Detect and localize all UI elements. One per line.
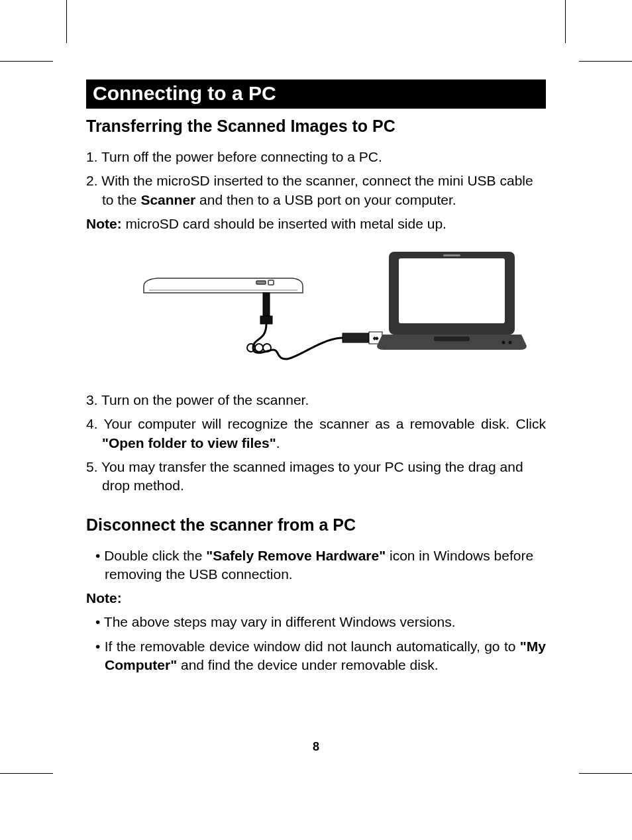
svg-rect-14 (434, 337, 470, 341)
crop-mark (0, 773, 53, 774)
step-number: 3. (86, 392, 98, 407)
bullet-text-bold: "Safely Remove Hardware" (206, 548, 386, 563)
step-2: 2. With the microSD inserted to the scan… (86, 172, 546, 209)
svg-point-6 (255, 344, 263, 352)
svg-text:⇔: ⇔ (373, 335, 378, 342)
step-text-bold: Scanner (140, 192, 195, 207)
svg-rect-3 (263, 293, 270, 316)
bullet-text-prefix: If the removable device window did not l… (105, 639, 520, 654)
crop-mark (565, 0, 566, 43)
step-text-bold: "Open folder to view files" (102, 435, 276, 450)
step-4: 4. Your computer will recognize the scan… (86, 415, 546, 452)
step-number: 2. (86, 173, 98, 188)
step-number: 4. (86, 416, 98, 431)
step-text: Turn on the power of the scanner. (101, 392, 309, 407)
svg-rect-12 (399, 258, 505, 323)
note-microsd: Note: microSD card should be inserted wi… (86, 216, 546, 232)
subheading-disconnect: Disconnect the scanner from a PC (86, 515, 546, 535)
svg-rect-13 (443, 254, 460, 256)
scanner-to-laptop-illustration: ⇔ (86, 245, 546, 371)
bullet-text-suffix: and find the device under removable disk… (177, 657, 439, 672)
bullet-my-computer: If the removable device window did not l… (86, 637, 546, 675)
bullet-safely-remove: Double click the "Safely Remove Hardware… (86, 547, 546, 584)
page-content: Connecting to a PC Transferring the Scan… (86, 79, 546, 680)
page-number: 8 (0, 740, 632, 754)
crop-mark (0, 61, 53, 62)
subheading-transferring: Transferring the Scanned Images to PC (86, 117, 546, 136)
note-label: Note: (86, 216, 122, 231)
step-text-suffix: . (276, 435, 280, 450)
step-5: 5. You may transfer the scanned images t… (86, 458, 546, 496)
crop-mark (579, 61, 632, 62)
note-text: microSD card should be inserted with met… (122, 216, 447, 231)
section-title-banner: Connecting to a PC (86, 79, 546, 109)
step-3: 3. Turn on the power of the scanner. (86, 391, 546, 409)
connection-diagram-icon: ⇔ (104, 245, 528, 371)
svg-rect-1 (256, 281, 266, 284)
step-text-suffix: and then to a USB port on your computer. (195, 192, 456, 207)
crop-mark (579, 773, 632, 774)
svg-rect-8 (342, 333, 369, 342)
step-text: Turn off the power before connecting to … (101, 149, 382, 164)
svg-point-16 (509, 341, 512, 344)
bullet-text: The above steps may vary in different Wi… (104, 614, 456, 629)
step-text-prefix: Your computer will recognize the scanner… (103, 416, 546, 431)
svg-rect-4 (260, 316, 272, 324)
bullet-text-prefix: Double click the (104, 548, 206, 563)
bullet-windows-versions: The above steps may vary in different Wi… (86, 613, 546, 631)
svg-point-15 (502, 341, 505, 344)
step-text: You may transfer the scanned images to y… (101, 459, 523, 493)
step-number: 1. (86, 149, 98, 164)
note-label-2: Note: (86, 590, 546, 606)
step-1: 1. Turn off the power before connecting … (86, 148, 546, 166)
step-number: 5. (86, 459, 98, 474)
crop-mark (66, 0, 67, 43)
